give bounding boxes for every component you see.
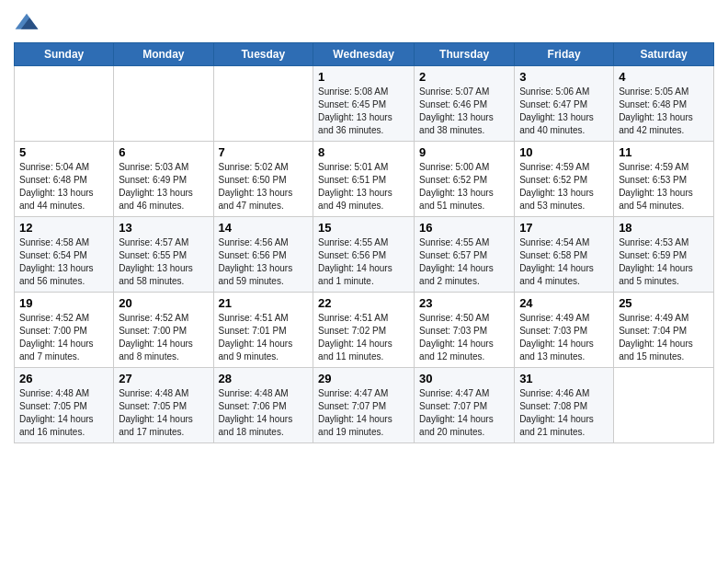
- calendar-cell: 25Sunrise: 4:49 AM Sunset: 7:04 PM Dayli…: [614, 293, 714, 368]
- week-row-1: 1Sunrise: 5:08 AM Sunset: 6:45 PM Daylig…: [15, 66, 714, 142]
- calendar-cell: 9Sunrise: 5:00 AM Sunset: 6:52 PM Daylig…: [415, 142, 515, 217]
- day-number: 11: [619, 145, 709, 159]
- weekday-header-sunday: Sunday: [15, 43, 114, 66]
- calendar-cell: 28Sunrise: 4:48 AM Sunset: 7:06 PM Dayli…: [213, 368, 313, 443]
- weekday-header-friday: Friday: [515, 43, 614, 66]
- day-number: 3: [519, 70, 609, 84]
- calendar-table: SundayMondayTuesdayWednesdayThursdayFrid…: [14, 42, 714, 443]
- calendar-cell: 23Sunrise: 4:50 AM Sunset: 7:03 PM Dayli…: [415, 293, 515, 368]
- calendar-cell: 29Sunrise: 4:47 AM Sunset: 7:07 PM Dayli…: [313, 368, 415, 443]
- day-number: 29: [318, 372, 409, 385]
- calendar-cell: 2Sunrise: 5:07 AM Sunset: 6:46 PM Daylig…: [415, 66, 515, 142]
- weekday-header-tuesday: Tuesday: [213, 43, 313, 66]
- day-info: Sunrise: 4:47 AM Sunset: 7:07 PM Dayligh…: [318, 387, 409, 439]
- day-number: 15: [318, 221, 409, 235]
- day-info: Sunrise: 4:50 AM Sunset: 7:03 PM Dayligh…: [419, 312, 509, 363]
- day-info: Sunrise: 4:57 AM Sunset: 6:55 PM Dayligh…: [119, 236, 208, 288]
- day-info: Sunrise: 5:06 AM Sunset: 6:47 PM Dayligh…: [519, 86, 609, 137]
- day-number: 21: [219, 296, 309, 310]
- weekday-header-thursday: Thursday: [415, 43, 515, 66]
- day-info: Sunrise: 5:07 AM Sunset: 6:46 PM Dayligh…: [419, 86, 509, 137]
- calendar-cell: 7Sunrise: 5:02 AM Sunset: 6:50 PM Daylig…: [213, 142, 313, 217]
- day-info: Sunrise: 4:47 AM Sunset: 7:07 PM Dayligh…: [419, 387, 509, 439]
- day-info: Sunrise: 4:59 AM Sunset: 6:53 PM Dayligh…: [619, 161, 709, 213]
- week-row-2: 5Sunrise: 5:04 AM Sunset: 6:48 PM Daylig…: [15, 142, 714, 217]
- day-number: 6: [119, 145, 208, 159]
- day-number: 7: [219, 145, 309, 159]
- day-number: 2: [419, 70, 509, 84]
- day-info: Sunrise: 4:46 AM Sunset: 7:08 PM Dayligh…: [519, 387, 609, 439]
- day-number: 19: [19, 296, 108, 310]
- day-info: Sunrise: 4:52 AM Sunset: 7:00 PM Dayligh…: [19, 312, 108, 363]
- day-info: Sunrise: 4:59 AM Sunset: 6:52 PM Dayligh…: [519, 161, 609, 213]
- calendar-cell: 10Sunrise: 4:59 AM Sunset: 6:52 PM Dayli…: [515, 142, 614, 217]
- calendar-cell: 13Sunrise: 4:57 AM Sunset: 6:55 PM Dayli…: [114, 217, 213, 293]
- week-row-3: 12Sunrise: 4:58 AM Sunset: 6:54 PM Dayli…: [15, 217, 714, 293]
- day-number: 1: [318, 70, 409, 84]
- calendar-cell: 20Sunrise: 4:52 AM Sunset: 7:00 PM Dayli…: [114, 293, 213, 368]
- week-row-5: 26Sunrise: 4:48 AM Sunset: 7:05 PM Dayli…: [15, 368, 714, 443]
- calendar-cell: [614, 368, 714, 443]
- calendar-cell: 8Sunrise: 5:01 AM Sunset: 6:51 PM Daylig…: [313, 142, 415, 217]
- calendar-cell: 5Sunrise: 5:04 AM Sunset: 6:48 PM Daylig…: [15, 142, 114, 217]
- day-info: Sunrise: 4:48 AM Sunset: 7:05 PM Dayligh…: [119, 387, 208, 439]
- day-number: 18: [619, 221, 709, 235]
- day-number: 16: [419, 221, 509, 235]
- day-info: Sunrise: 4:53 AM Sunset: 6:59 PM Dayligh…: [619, 236, 709, 288]
- day-number: 25: [619, 296, 709, 310]
- day-info: Sunrise: 4:55 AM Sunset: 6:56 PM Dayligh…: [318, 236, 409, 288]
- day-number: 4: [619, 70, 709, 84]
- day-number: 9: [419, 145, 509, 159]
- calendar-cell: 6Sunrise: 5:03 AM Sunset: 6:49 PM Daylig…: [114, 142, 213, 217]
- calendar-cell: 17Sunrise: 4:54 AM Sunset: 6:58 PM Dayli…: [515, 217, 614, 293]
- calendar-cell: 18Sunrise: 4:53 AM Sunset: 6:59 PM Dayli…: [614, 217, 714, 293]
- day-info: Sunrise: 5:03 AM Sunset: 6:49 PM Dayligh…: [119, 161, 208, 213]
- calendar-cell: 24Sunrise: 4:49 AM Sunset: 7:03 PM Dayli…: [515, 293, 614, 368]
- calendar-cell: 27Sunrise: 4:48 AM Sunset: 7:05 PM Dayli…: [114, 368, 213, 443]
- calendar-cell: 22Sunrise: 4:51 AM Sunset: 7:02 PM Dayli…: [313, 293, 415, 368]
- day-number: 23: [419, 296, 509, 310]
- day-number: 10: [519, 145, 609, 159]
- day-info: Sunrise: 4:58 AM Sunset: 6:54 PM Dayligh…: [19, 236, 108, 288]
- day-number: 31: [519, 372, 609, 385]
- calendar-cell: 1Sunrise: 5:08 AM Sunset: 6:45 PM Daylig…: [313, 66, 415, 142]
- calendar-cell: [213, 66, 313, 142]
- calendar-cell: [15, 66, 114, 142]
- day-info: Sunrise: 4:49 AM Sunset: 7:04 PM Dayligh…: [619, 312, 709, 363]
- day-number: 17: [519, 221, 609, 235]
- day-number: 28: [219, 372, 309, 385]
- day-info: Sunrise: 4:51 AM Sunset: 7:01 PM Dayligh…: [219, 312, 309, 363]
- calendar-cell: 16Sunrise: 4:55 AM Sunset: 6:57 PM Dayli…: [415, 217, 515, 293]
- day-info: Sunrise: 4:55 AM Sunset: 6:57 PM Dayligh…: [419, 236, 509, 288]
- day-info: Sunrise: 5:08 AM Sunset: 6:45 PM Dayligh…: [318, 86, 409, 137]
- day-info: Sunrise: 5:02 AM Sunset: 6:50 PM Dayligh…: [219, 161, 309, 213]
- day-number: 24: [519, 296, 609, 310]
- day-info: Sunrise: 4:51 AM Sunset: 7:02 PM Dayligh…: [318, 312, 409, 363]
- day-info: Sunrise: 4:54 AM Sunset: 6:58 PM Dayligh…: [519, 236, 609, 288]
- calendar-cell: 21Sunrise: 4:51 AM Sunset: 7:01 PM Dayli…: [213, 293, 313, 368]
- calendar-cell: [114, 66, 213, 142]
- day-number: 20: [119, 296, 208, 310]
- day-info: Sunrise: 5:05 AM Sunset: 6:48 PM Dayligh…: [619, 86, 709, 137]
- day-number: 14: [219, 221, 309, 235]
- day-number: 8: [318, 145, 409, 159]
- day-info: Sunrise: 4:48 AM Sunset: 7:05 PM Dayligh…: [19, 387, 108, 439]
- calendar-cell: 15Sunrise: 4:55 AM Sunset: 6:56 PM Dayli…: [313, 217, 415, 293]
- calendar-cell: 26Sunrise: 4:48 AM Sunset: 7:05 PM Dayli…: [15, 368, 114, 443]
- calendar-cell: 4Sunrise: 5:05 AM Sunset: 6:48 PM Daylig…: [614, 66, 714, 142]
- weekday-header-row: SundayMondayTuesdayWednesdayThursdayFrid…: [15, 43, 714, 66]
- day-info: Sunrise: 4:49 AM Sunset: 7:03 PM Dayligh…: [519, 312, 609, 363]
- day-info: Sunrise: 5:01 AM Sunset: 6:51 PM Dayligh…: [318, 161, 409, 213]
- weekday-header-saturday: Saturday: [614, 43, 714, 66]
- week-row-4: 19Sunrise: 4:52 AM Sunset: 7:00 PM Dayli…: [15, 293, 714, 368]
- calendar-cell: 12Sunrise: 4:58 AM Sunset: 6:54 PM Dayli…: [15, 217, 114, 293]
- weekday-header-wednesday: Wednesday: [313, 43, 415, 66]
- day-info: Sunrise: 4:48 AM Sunset: 7:06 PM Dayligh…: [219, 387, 309, 439]
- day-number: 30: [419, 372, 509, 385]
- day-info: Sunrise: 5:04 AM Sunset: 6:48 PM Dayligh…: [19, 161, 108, 213]
- weekday-header-monday: Monday: [114, 43, 213, 66]
- logo-icon: [14, 9, 40, 35]
- day-info: Sunrise: 5:00 AM Sunset: 6:52 PM Dayligh…: [419, 161, 509, 213]
- day-number: 26: [19, 372, 108, 385]
- day-info: Sunrise: 4:52 AM Sunset: 7:00 PM Dayligh…: [119, 312, 208, 363]
